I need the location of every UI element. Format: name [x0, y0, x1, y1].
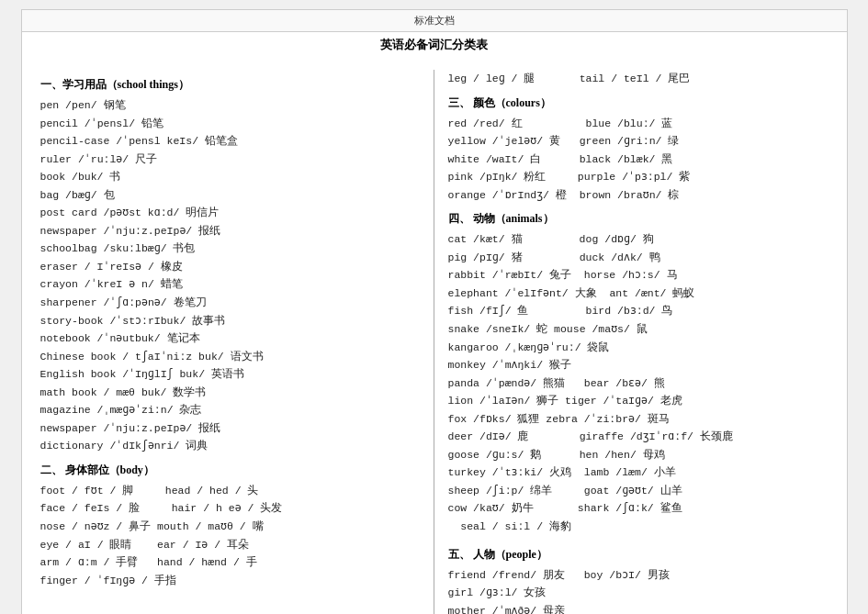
vocab-newspaper1: newspaper /ˈnjuːz.peɪpə/ 报纸	[40, 222, 424, 240]
main-title: 英语必备词汇分类表	[22, 37, 847, 53]
section1-heading: 一、学习用品（school things）	[40, 77, 424, 93]
vocab-cow-shark: cow /kaʊ/ 奶牛 shark /ʃɑːk/ 鲨鱼	[448, 499, 829, 518]
section4-heading: 四、 动物（animals）	[448, 211, 829, 227]
vocab-dictionary: dictionary /ˈdɪkʃənri/ 词典	[40, 437, 424, 455]
vocab-fox-zebra: fox /fɒks/ 狐狸 zebra /ˈziːbrə/ 斑马	[448, 410, 829, 429]
vocab-eye-ear: eye / aɪ / 眼睛 ear / ɪə / 耳朵	[40, 536, 424, 554]
section2-heading: 二、 身体部位（body）	[40, 463, 424, 478]
vocab-storybook: story-book /ˈstɔːrɪbuk/ 故事书	[40, 312, 424, 330]
vocab-schoolbag: schoolbag /skuːlbæɡ/ 书包	[40, 240, 424, 258]
section3-heading: 三、 颜色（colours）	[448, 95, 829, 111]
vocab-mathbook: math book / mæθ buk/ 数学书	[40, 384, 424, 402]
vocab-monkey: monkey /ˈmʌŋki/ 猴子	[448, 356, 829, 374]
vocab-pen: pen /pen/ 钢笔	[40, 96, 424, 115]
vocab-white-black: white /waɪt/ 白 black /blæk/ 黑	[448, 151, 829, 169]
vocab-postcard: post card /pəʊst kɑːd/ 明信片	[40, 204, 424, 222]
vocab-eraser: eraser / ɪˈreɪsə / 橡皮	[40, 258, 424, 276]
vocab-elephant-ant: elephant /ˈelɪfənt/ 大象 ant /ænt/ 蚂蚁	[448, 285, 829, 303]
vocab-nose-mouth: nose / nəʊz / 鼻子 mouth / maʊθ / 嘴	[40, 518, 424, 536]
vocab-friend-boy: friend /frend/ 朋友 boy /bɔɪ/ 男孩	[448, 566, 829, 585]
vocab-goose-hen: goose /ɡuːs/ 鹅 hen /hen/ 母鸡	[448, 446, 829, 464]
vocab-lion-tiger: lion /ˈlaɪən/ 狮子 tiger /ˈtaɪɡə/ 老虎	[448, 392, 829, 410]
vocab-foot-head: foot / fʊt / 脚 head / hed / 头	[40, 482, 424, 500]
left-column: 一、学习用品（school things） pen /pen/ 钢笔 penci…	[40, 70, 434, 614]
vocab-red-blue: red /red/ 红 blue /bluː/ 蓝	[448, 115, 829, 133]
vocab-rabbit-horse: rabbit /ˈræbɪt/ 兔子 horse /hɔːs/ 马	[448, 266, 829, 285]
vocab-yellow-green: yellow /ˈjeləʊ/ 黄 green /ɡriːn/ 绿	[448, 132, 829, 151]
vocab-ruler: ruler /ˈruːlə/ 尺子	[40, 151, 424, 169]
vocab-mother: mother /ˈmʌðə/ 母亲	[448, 602, 829, 614]
vocab-notebook: notebook /ˈnəutbuk/ 笔记本	[40, 329, 424, 348]
vocab-girl: girl /ɡɜːl/ 女孩	[448, 584, 829, 602]
vocab-chinesebook: Chinese book / tʃaɪˈniːz buk/ 语文书	[40, 348, 424, 366]
vocab-pencilcase: pencil-case /ˈpensl keɪs/ 铅笔盒	[40, 132, 424, 151]
vocab-kangaroo: kangaroo /ˌkæŋɡəˈruː/ 袋鼠	[448, 339, 829, 357]
vocab-sharpener: sharpener /ˈʃɑːpənə/ 卷笔刀	[40, 294, 424, 312]
vocab-cat-dog: cat /kæt/ 猫 dog /dɒɡ/ 狗	[448, 230, 829, 249]
vocab-crayon: crayon /ˈkreɪ ə n/ 蜡笔	[40, 275, 424, 294]
vocab-pencil: pencil /ˈpensl/ 铅笔	[40, 115, 424, 133]
vocab-fish-bird: fish /fɪʃ/ 鱼 bird /bɜːd/ 鸟	[448, 302, 829, 320]
vocab-leg-tail: leg / leɡ / 腿 tail / teɪl / 尾巴	[448, 70, 829, 88]
document: 标准文档 英语必备词汇分类表 一、学习用品（school things） pen…	[21, 9, 848, 614]
right-column: leg / leɡ / 腿 tail / teɪl / 尾巴 三、 颜色（col…	[434, 70, 829, 614]
vocab-bag: bag /bæɡ/ 包	[40, 186, 424, 205]
vocab-englishbook: English book /ˈɪŋɡlɪʃ buk/ 英语书	[40, 365, 424, 384]
vocab-magazine: magazine /ˌmæɡəˈziːn/ 杂志	[40, 401, 424, 419]
vocab-seal: seal / siːl / 海豹	[448, 518, 829, 536]
vocab-book: book /buk/ 书	[40, 168, 424, 186]
vocab-orange-brown: orange /ˈɒrɪndʒ/ 橙 brown /braʊn/ 棕	[448, 186, 829, 205]
doc-content: 一、学习用品（school things） pen /pen/ 钢笔 penci…	[22, 61, 847, 614]
vocab-pink-purple: pink /pɪŋk/ 粉红 purple /ˈpɜːpl/ 紫	[448, 168, 829, 186]
vocab-arm-hand: arm / ɑːm / 手臂 hand / hænd / 手	[40, 553, 424, 572]
vocab-snake-mouse: snake /sneɪk/ 蛇 mouse /maʊs/ 鼠	[448, 320, 829, 339]
vocab-sheep-goat: sheep /ʃiːp/ 绵羊 goat /ɡəʊt/ 山羊	[448, 482, 829, 500]
doc-title-bar: 标准文档	[22, 10, 847, 32]
vocab-face-hair: face / feɪs / 脸 hair / h eə / 头发	[40, 499, 424, 518]
vocab-newspaper2: newspaper /ˈnjuːz.peɪpə/ 报纸	[40, 419, 424, 438]
vocab-turkey-lamb: turkey /ˈtɜːki/ 火鸡 lamb /læm/ 小羊	[448, 463, 829, 482]
doc-title: 标准文档	[414, 15, 455, 26]
vocab-panda-bear: panda /ˈpændə/ 熊猫 bear /bɛə/ 熊	[448, 374, 829, 393]
vocab-pig-duck: pig /pɪɡ/ 猪 duck /dʌk/ 鸭	[448, 249, 829, 267]
vocab-deer-giraffe: deer /dɪə/ 鹿 giraffe /dʒɪˈrɑːf/ 长颈鹿	[448, 428, 829, 446]
section5-heading: 五、 人物（people）	[448, 547, 829, 563]
vocab-finger: finger / ˈfɪŋɡə / 手指	[40, 572, 424, 590]
